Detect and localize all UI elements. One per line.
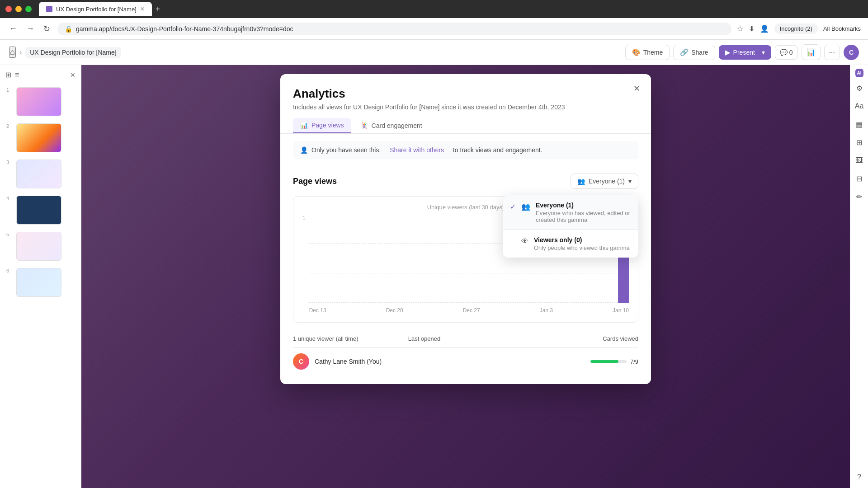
slide-thumbnail-2	[16, 123, 61, 152]
theme-button[interactable]: 🎨 Theme	[625, 45, 670, 60]
tab-favicon	[46, 6, 52, 12]
slide-item-4[interactable]: 4	[4, 193, 77, 227]
slide-item-6[interactable]: 6	[4, 265, 77, 300]
alert-suffix: to track views and engagement.	[453, 146, 542, 154]
page-views-header: Page views 👥 Everyone (1) ▾ ✓	[293, 166, 638, 189]
unique-viewers-label: 1 unique viewer (all time)	[293, 335, 359, 342]
star-icon[interactable]: ☆	[737, 24, 743, 33]
grid-view-button[interactable]: ⊞	[5, 70, 11, 79]
app-toolbar: ⌂ › UX Design Portfolio for [Name] 🎨 The…	[0, 40, 868, 65]
share-icon: 🔗	[680, 48, 689, 56]
tab-card-engagement[interactable]: 🃏 Card engagement	[353, 118, 429, 133]
right-sidebar-btn-2[interactable]: Aa	[852, 99, 867, 113]
last-opened-label: Last opened	[408, 335, 441, 342]
filter-container: 👥 Everyone (1) ▾ ✓ 👥 Everyon	[571, 174, 638, 189]
breadcrumb[interactable]: UX Design Portfolio for [Name]	[25, 47, 121, 58]
right-sidebar-btn-6[interactable]: ⊟	[852, 171, 867, 186]
incognito-badge[interactable]: Incognito (2)	[774, 23, 818, 34]
forward-button[interactable]: →	[24, 22, 36, 35]
x-axis: Dec 13 Dec 20 Dec 27 Jan 3 Jan 10	[309, 307, 629, 314]
analytics-button[interactable]: 📊	[802, 44, 821, 60]
cards-viewed-label: Cards viewed	[603, 335, 638, 342]
x-label-dec13: Dec 13	[309, 307, 326, 314]
tab-bar: UX Design Portfolio for [Name] ✕ +	[39, 2, 162, 16]
person-icon: 👤	[300, 146, 308, 154]
profile-icon[interactable]: 👤	[760, 24, 769, 33]
viewers-title: Viewers only (0)	[534, 236, 631, 244]
comments-count: 0	[789, 49, 793, 56]
unique-viewers-stat: 1 unique viewer (all time)	[293, 335, 408, 342]
slide-item-3[interactable]: 3	[4, 157, 77, 191]
new-tab-button[interactable]: +	[154, 3, 162, 16]
slide-thumbnail-1	[16, 87, 61, 116]
filter-label: Everyone (1)	[589, 178, 625, 185]
y-label: 1	[302, 215, 306, 221]
present-label: Present	[733, 49, 755, 56]
cards-value: 7/9	[630, 358, 638, 365]
help-button[interactable]: ?	[852, 470, 867, 484]
close-window-btn[interactable]	[5, 6, 12, 12]
modal-close-button[interactable]: ✕	[629, 81, 644, 96]
x-label-jan10: Jan 10	[613, 307, 629, 314]
share-link[interactable]: Share it with others	[390, 146, 444, 154]
comments-button[interactable]: 💬 0	[775, 45, 798, 60]
right-sidebar-edit-btn[interactable]: ✏	[852, 189, 867, 204]
right-sidebar-btn-5[interactable]: 🖼	[852, 153, 867, 168]
x-label-dec20: Dec 20	[386, 307, 403, 314]
tab-page-views[interactable]: 📊 Page views	[293, 118, 351, 133]
list-view-button[interactable]: ≡	[15, 71, 19, 79]
slide-thumbnail-6	[16, 268, 61, 297]
slide-item-1[interactable]: 1	[4, 84, 77, 119]
stats-row: 1 unique viewer (all time) Last opened C…	[293, 330, 638, 348]
present-icon: ▶	[725, 48, 731, 56]
slides-sidebar: ⊞ ≡ ✕ 1 2 3 4 5 6	[0, 65, 81, 488]
card-engagement-icon: 🃏	[360, 122, 368, 129]
reload-button[interactable]: ↻	[42, 22, 52, 36]
dropdown-item-viewers[interactable]: ✓ 👁 Viewers only (0) Only people who vie…	[503, 230, 638, 258]
download-icon[interactable]: ⬇	[749, 24, 755, 33]
dropdown-everyone-content: Everyone (1) Everyone who has viewed, ed…	[536, 202, 631, 223]
filter-dropdown: ✓ 👥 Everyone (1) Everyone who has viewed…	[503, 195, 638, 258]
slide-thumbnail-4	[16, 196, 61, 225]
x-label-jan3: Jan 3	[540, 307, 553, 314]
right-sidebar-btn-1[interactable]: ⚙	[852, 81, 867, 95]
modal-header: Analytics Includes all views for UX Desi…	[280, 74, 651, 111]
maximize-window-btn[interactable]	[25, 6, 32, 12]
active-tab[interactable]: UX Design Portfolio for [Name] ✕	[39, 2, 152, 16]
everyone-title: Everyone (1)	[536, 202, 631, 209]
slide-number-5: 5	[6, 232, 13, 237]
content-area: Analytics Includes all views for UX Desi…	[81, 65, 850, 488]
back-button[interactable]: ←	[7, 22, 19, 35]
slide-item-2[interactable]: 2	[4, 121, 77, 155]
theme-icon: 🎨	[632, 48, 641, 56]
sidebar-close-button[interactable]: ✕	[70, 71, 75, 79]
share-button[interactable]: 🔗 Share	[673, 45, 715, 60]
more-options-button[interactable]: ···	[824, 45, 840, 60]
present-button[interactable]: ▶ Present ▾	[719, 45, 771, 60]
cards-viewed-stat: Cards viewed	[523, 335, 638, 342]
tab-page-views-label: Page views	[311, 122, 344, 129]
minimize-window-btn[interactable]	[15, 6, 22, 12]
dropdown-item-everyone[interactable]: ✓ 👥 Everyone (1) Everyone who has viewed…	[503, 195, 638, 230]
viewer-avatar: C	[293, 353, 309, 370]
user-avatar[interactable]: C	[844, 45, 859, 60]
window-controls	[5, 6, 32, 12]
url-bar[interactable]: 🔒 gamma.app/docs/UX-Design-Portfolio-for…	[57, 23, 731, 35]
everyone-people-icon: 👥	[521, 202, 530, 211]
right-sidebar-btn-4[interactable]: ⊞	[852, 135, 867, 150]
right-sidebar: AI ⚙ Aa ▤ ⊞ 🖼 ⊟ ✏ ?	[850, 65, 868, 488]
home-button[interactable]: ⌂	[9, 47, 16, 58]
url-text: gamma.app/docs/UX-Design-Portfolio-for-N…	[76, 25, 293, 33]
comment-icon: 💬	[780, 49, 788, 56]
tab-close-btn[interactable]: ✕	[140, 6, 145, 12]
modal-alert: 👤 Only you have seen this. Share it with…	[293, 141, 638, 159]
ai-badge[interactable]: AI	[855, 69, 863, 77]
filter-button[interactable]: 👥 Everyone (1) ▾	[571, 174, 638, 189]
toolbar-right: 🎨 Theme 🔗 Share ▶ Present ▾ 💬 0 📊 ··· C	[625, 44, 859, 60]
slide-number-1: 1	[6, 87, 13, 93]
slide-item-5[interactable]: 5	[4, 229, 77, 263]
toolbar-left: ⌂ › UX Design Portfolio for [Name]	[9, 47, 620, 58]
modal-overlay: Analytics Includes all views for UX Desi…	[81, 65, 850, 488]
right-sidebar-btn-3[interactable]: ▤	[852, 117, 867, 131]
present-dropdown-icon[interactable]: ▾	[758, 49, 765, 56]
